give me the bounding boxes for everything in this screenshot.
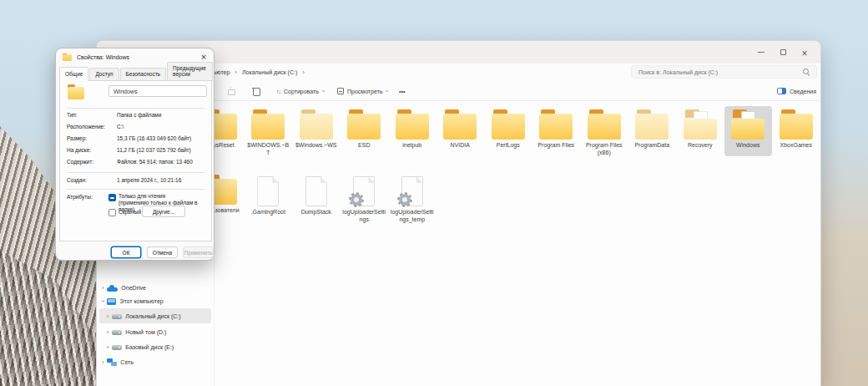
file-icon	[257, 176, 279, 206]
folder-icon	[538, 109, 573, 140]
minimize-icon	[758, 52, 765, 53]
drive-icon	[112, 345, 122, 350]
field-value: Папка с файлами	[117, 112, 206, 118]
file-item-programdata[interactable]: ProgramData	[628, 106, 677, 157]
onedrive-cloud-icon	[107, 285, 118, 292]
share-button[interactable]	[227, 84, 235, 98]
file-item-windows-ws[interactable]: $Windows.~WS	[292, 106, 341, 157]
field-value: 11,2 ГБ (12 037 025 792 байт)	[117, 147, 206, 153]
file-label: ProgramData	[634, 142, 669, 150]
file-label: DumpStack	[301, 209, 331, 216]
sidebar-item-this-pc[interactable]: Этот компьютер	[102, 294, 164, 308]
dialog-general-panel: Тип: Папка с файлами Расположение: C:\ Р…	[59, 80, 212, 241]
sort-button[interactable]: Сортировать	[276, 84, 325, 98]
file-item-program-files[interactable]: Program Files	[532, 106, 581, 157]
file-grid-row-2: Пользователи .GamingRoot DumpStack logUp…	[196, 171, 437, 224]
sidebar-item-network[interactable]: Сеть	[102, 355, 134, 369]
search-input[interactable]: Поиск в: Локальный диск (C:)	[631, 65, 817, 79]
file-item-perflogs[interactable]: PerfLogs	[484, 106, 532, 157]
readonly-label: Только для чтения	[119, 193, 165, 200]
sort-icon	[276, 89, 280, 94]
maximize-button[interactable]	[772, 41, 794, 63]
file-label: $WINDOWS.~BT	[245, 142, 290, 157]
field-size-on-disk: На диске: 11,2 ГБ (12 037 025 792 байт)	[67, 147, 206, 153]
divider	[67, 189, 204, 190]
field-label: Расположение:	[67, 124, 117, 130]
search-placeholder: Поиск в: Локальный диск (C:)	[632, 69, 802, 75]
more-options-button[interactable]: •••	[399, 84, 405, 98]
chevron-right-icon[interactable]	[107, 344, 108, 350]
sidebar-item-new-volume-d[interactable]: Новый том (D:)	[107, 325, 166, 339]
chevron-right-icon[interactable]	[107, 329, 108, 335]
gear-icon	[349, 192, 364, 207]
divider	[67, 172, 204, 173]
apply-button[interactable]: Применить	[183, 246, 214, 258]
file-item-inetpub[interactable]: inetpub	[388, 106, 437, 157]
field-value: 15,3 ГБ (16 433 049 620 байт)	[117, 135, 206, 141]
field-size: Размер: 15,3 ГБ (16 433 049 620 байт)	[67, 135, 206, 141]
sidebar-item-onedrive[interactable]: OneDrive	[102, 281, 146, 295]
sidebar-item-local-disk-c[interactable]: Локальный диск (C:)	[107, 309, 181, 323]
field-label: На диске:	[67, 147, 117, 153]
sidebar-item-basic-disk-e[interactable]: Базовый диск (E:)	[107, 340, 174, 354]
folder-icon	[67, 84, 85, 99]
details-pane-icon	[777, 88, 786, 94]
file-label: Program Files (x86)	[582, 142, 627, 157]
file-item-gamingroot[interactable]: .GamingRoot	[245, 171, 293, 224]
cancel-button[interactable]: Отмена	[147, 246, 178, 258]
file-item-windows-selected[interactable]: Windows	[724, 106, 773, 156]
minimize-button[interactable]	[750, 41, 772, 63]
file-item-xboxgames[interactable]: XboxGames	[772, 106, 820, 157]
folder-icon	[346, 109, 381, 140]
file-item-windows-bt[interactable]: $WINDOWS.~BT	[245, 106, 293, 157]
file-item-loguploadersettings[interactable]: logUploaderSettings	[341, 171, 389, 224]
file-item-esd[interactable]: ESD	[341, 106, 389, 157]
other-attributes-button[interactable]: Другие...	[142, 206, 185, 217]
file-item-dumpstack[interactable]: DumpStack	[292, 171, 341, 224]
file-label: logUploaderSettings_temp	[390, 209, 435, 224]
folder-open-icon	[730, 109, 765, 140]
file-item-program-files-x86[interactable]: Program Files (x86)	[580, 106, 628, 157]
file-label: $Windows.~WS	[295, 142, 337, 150]
file-item-nvidia[interactable]: NVIDIA	[437, 106, 485, 157]
file-label: NVIDIA	[451, 142, 470, 150]
close-button[interactable]	[794, 41, 815, 63]
tab-security[interactable]: Безопасность	[120, 68, 166, 81]
file-item-recovery[interactable]: Recovery	[676, 106, 724, 157]
tab-sharing[interactable]: Доступ	[89, 68, 119, 81]
chevron-down-icon[interactable]	[100, 300, 106, 302]
chevron-right-icon	[235, 69, 237, 76]
chevron-right-icon[interactable]	[107, 313, 108, 319]
sidebar-item-label: Локальный диск (C:)	[125, 313, 180, 319]
view-icon	[337, 88, 344, 94]
folder-icon	[299, 109, 334, 140]
folder-icon	[491, 109, 526, 140]
file-label: inetpub	[402, 142, 421, 150]
hidden-checkbox[interactable]	[108, 209, 116, 216]
sort-label: Сортировать	[284, 89, 319, 94]
chevron-right-icon[interactable]	[102, 359, 103, 365]
file-label: logUploaderSettings	[341, 209, 386, 224]
field-label: Содержит:	[67, 159, 117, 165]
breadcrumb-local-disk-c[interactable]: Локальный диск (C:)	[242, 69, 297, 75]
field-type: Тип: Папка с файлами	[67, 112, 206, 118]
computer-icon	[107, 298, 116, 305]
folder-icon	[634, 109, 669, 140]
details-pane-toggle[interactable]: Сведения	[777, 84, 816, 98]
folder-icon	[250, 109, 285, 140]
dialog-tabs: Общие Доступ Безопасность Предыдущие вер…	[59, 66, 214, 81]
file-label: PerfLogs	[497, 142, 520, 150]
readonly-checkbox[interactable]	[108, 194, 116, 201]
tab-general[interactable]: Общие	[59, 67, 88, 81]
file-item-loguploadersettings-temp[interactable]: logUploaderSettings_temp	[388, 171, 437, 224]
chevron-right-icon[interactable]	[302, 69, 305, 76]
folder-name-input[interactable]	[108, 85, 207, 97]
chevron-right-icon[interactable]	[102, 285, 103, 291]
ok-button[interactable]: ОК	[111, 246, 141, 258]
view-button[interactable]: Просмотреть	[337, 84, 388, 98]
folder-icon	[395, 109, 430, 140]
field-label: Создан:	[67, 177, 117, 183]
file-label: ESD	[358, 142, 370, 150]
tab-previous-versions[interactable]: Предыдущие версии	[167, 62, 213, 81]
delete-button[interactable]	[252, 84, 260, 98]
